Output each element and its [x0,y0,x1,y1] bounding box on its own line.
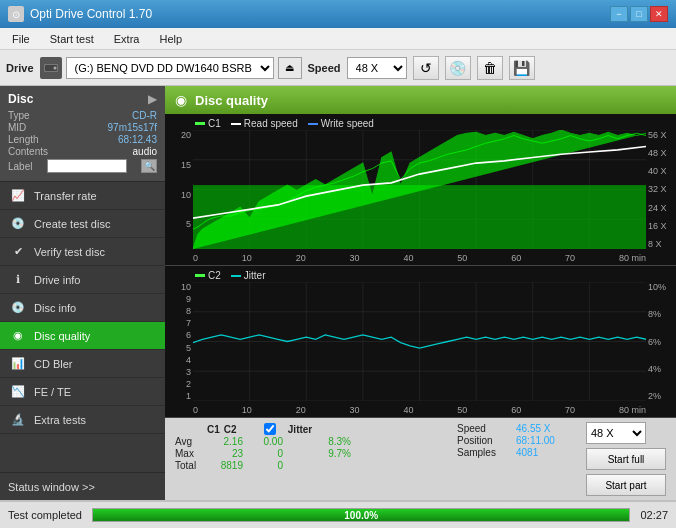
length-value: 68:12.43 [118,134,157,145]
chart1-container: C1 Read speed Write speed 20 15 10 [165,114,676,266]
c1-legend-color [195,122,205,125]
disc-erase-button[interactable]: 🗑 [477,56,503,80]
samples-value: 4081 [516,447,566,458]
y2-tick-1: 1 [167,391,191,401]
sidebar-item-disc-info[interactable]: 💿 Disc info [0,294,165,322]
verify-test-disc-icon: ✔ [10,244,26,260]
start-part-button[interactable]: Start part [586,474,666,496]
x2-tick-20: 20 [296,405,306,415]
sidebar-item-verify-test-disc[interactable]: ✔ Verify test disc [0,238,165,266]
x1-tick-20: 20 [296,253,306,263]
start-full-button[interactable]: Start full [586,448,666,470]
x1-tick-70: 70 [565,253,575,263]
x1-tick-0: 0 [193,253,198,263]
y2-tick-8: 8 [167,306,191,316]
x1-tick-60: 60 [511,253,521,263]
menu-help[interactable]: Help [151,31,190,47]
cd-bler-icon: 📊 [10,356,26,372]
y1r-tick-8: 8 X [648,239,674,249]
content-header-icon: ◉ [175,92,187,108]
read-speed-legend-color [231,123,241,125]
drive-info-label: Drive info [34,274,80,286]
y1-tick-15: 15 [167,160,191,170]
sidebar-item-fe-te[interactable]: 📉 FE / TE [0,378,165,406]
y1-tick-5: 5 [167,219,191,229]
total-c1: 8819 [207,460,243,471]
length-label: Length [8,134,39,145]
avg-jitter: 8.3% [311,436,351,447]
read-speed-legend-label: Read speed [244,118,298,129]
label-input[interactable] [47,159,127,173]
charts-area: C1 Read speed Write speed 20 15 10 [165,114,676,418]
contents-label: Contents [8,146,48,157]
speed-info: Speed 46.55 X Position 68:11.00 Samples … [457,422,566,496]
status-text: Test completed [8,509,82,521]
label-key: Label [8,161,32,172]
y2-tick-3: 3 [167,367,191,377]
x2-tick-70: 70 [565,405,575,415]
sidebar-item-create-test-disc[interactable]: 💿 Create test disc [0,210,165,238]
sidebar: Disc ▶ Type CD-R MID 97m15s17f Length 68… [0,86,165,500]
disc-quality-icon: ◉ [10,328,26,344]
fe-te-label: FE / TE [34,386,71,398]
chart2-legend: C2 Jitter [195,270,265,281]
cd-bler-label: CD Bler [34,358,73,370]
label-search-button[interactable]: 🔍 [141,159,157,173]
maximize-button[interactable]: □ [630,6,648,22]
col-header-c1: C1 [207,424,220,435]
sidebar-item-extra-tests[interactable]: 🔬 Extra tests [0,406,165,434]
y2-tick-6: 6 [167,330,191,340]
x2-tick-80min: 80 min [619,405,646,415]
refresh-button[interactable]: ↺ [413,56,439,80]
sidebar-item-transfer-rate[interactable]: 📈 Transfer rate [0,182,165,210]
max-c1: 23 [207,448,243,459]
menu-start-test[interactable]: Start test [42,31,102,47]
progress-text: 100.0% [344,510,378,521]
x1-tick-30: 30 [350,253,360,263]
extra-tests-label: Extra tests [34,414,86,426]
status-window-button[interactable]: Status window >> [0,472,165,500]
chart1-svg [193,130,646,249]
write-speed-legend-color [308,123,318,125]
y2-tick-7: 7 [167,318,191,328]
c2-legend-color [195,274,205,277]
statusbar: Test completed 100.0% 02:27 [0,500,676,528]
max-c2: 0 [247,448,283,459]
content-header: ◉ Disc quality [165,86,676,114]
col-header-c2: C2 [224,424,260,435]
jitter-legend-label: Jitter [244,270,266,281]
x2-tick-0: 0 [193,405,198,415]
mid-value: 97m15s17f [108,122,157,133]
sidebar-item-cd-bler[interactable]: 📊 CD Bler [0,350,165,378]
chart2-svg [193,282,646,401]
jitter-checkbox[interactable] [264,423,276,435]
disc-panel-arrow[interactable]: ▶ [148,92,157,106]
y1-tick-20: 20 [167,130,191,140]
sidebar-item-drive-info[interactable]: ℹ Drive info [0,266,165,294]
stats-right: Speed 46.55 X Position 68:11.00 Samples … [457,422,666,496]
stats-table: C1 C2 Jitter Avg 2.16 0.00 8.3% [175,422,351,472]
save-button[interactable]: 💾 [509,56,535,80]
y2-tick-2: 2 [167,379,191,389]
app-title: Opti Drive Control 1.70 [30,7,152,21]
progress-bar-container: 100.0% [92,508,630,522]
menu-file[interactable]: File [4,31,38,47]
max-label: Max [175,448,203,459]
drive-dropdown[interactable]: (G:) BENQ DVD DD DW1640 BSRB [66,57,274,79]
max-jitter: 9.7% [311,448,351,459]
menu-extra[interactable]: Extra [106,31,148,47]
disc-button[interactable]: 💿 [445,56,471,80]
speed-dropdown[interactable]: 48 X [347,57,407,79]
chart1-legend: C1 Read speed Write speed [195,118,374,129]
content-area: ◉ Disc quality C1 Read speed [165,86,676,500]
test-speed-select[interactable]: 48 X [586,422,646,444]
sidebar-item-disc-quality[interactable]: ◉ Disc quality [0,322,165,350]
mid-label: MID [8,122,26,133]
minimize-button[interactable]: − [610,6,628,22]
close-button[interactable]: ✕ [650,6,668,22]
x2-tick-40: 40 [403,405,413,415]
time-text: 02:27 [640,509,668,521]
position-key: Position [457,435,512,446]
eject-button[interactable]: ⏏ [278,57,302,79]
speed-label: Speed [308,62,341,74]
